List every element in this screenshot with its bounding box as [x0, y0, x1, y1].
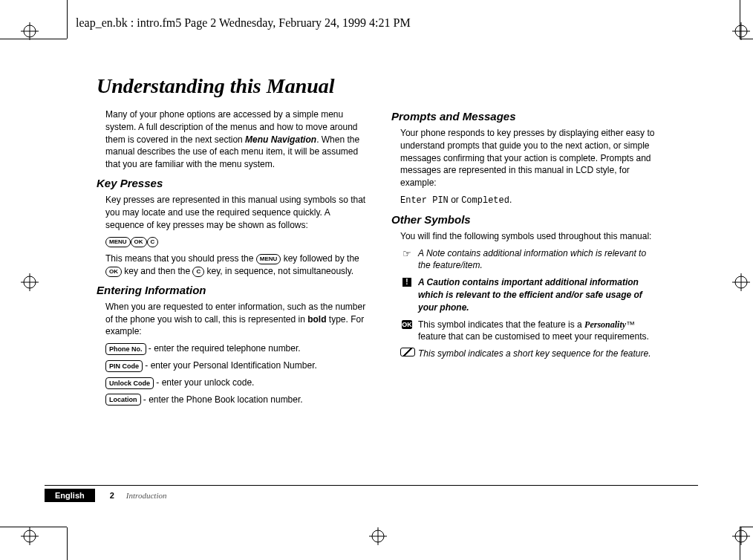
ok-text-tm: ™ — [626, 319, 635, 330]
reg-mark-bottom-right — [732, 527, 750, 545]
entry-row-unlock: Unlock Code - enter your unlock code. — [97, 377, 366, 389]
symbol-row-caution: ! A Caution contains important additiona… — [391, 276, 661, 313]
location-box: Location — [105, 394, 141, 406]
footer-page-number: 2 — [110, 491, 114, 500]
intro-paragraph: Many of your phone options are accessed … — [97, 108, 366, 171]
note-text: A Note contains additional information w… — [418, 247, 661, 273]
reg-mark-mid-right — [732, 273, 750, 291]
key-explain: This means that you should press the MEN… — [97, 253, 366, 278]
key-expl-c: key and then the — [122, 266, 192, 276]
key-sequence-row: MENUOKC — [97, 235, 366, 248]
entry-row-pin: PIN Code - enter your Personal Identific… — [97, 359, 366, 372]
heading-prompts: Prompts and Messages — [391, 108, 661, 124]
unlock-code-text: - enter your unlock code. — [154, 377, 254, 388]
reg-mark-mid-left — [21, 273, 39, 291]
right-column: Prompts and Messages Your phone responds… — [391, 108, 661, 410]
symbol-row-personality: OK This symbol indicates that the featur… — [391, 319, 661, 344]
ok-key-icon: OK — [131, 237, 147, 247]
pin-code-box: PIN Code — [105, 360, 143, 372]
phone-no-text: - enter the required telephone number. — [146, 343, 301, 354]
symbol-row-shortkey: This symbol indicates a short key sequen… — [391, 348, 661, 360]
symbol-row-note: ☞ A Note contains additional information… — [391, 247, 661, 273]
ok-text-bold: Personality — [584, 319, 626, 330]
heading-other-symbols: Other Symbols — [391, 212, 661, 227]
key-expl-d: key, in sequence, not simultaneously. — [204, 266, 353, 276]
enter-desc-bold: bold — [307, 314, 326, 325]
menu-key-icon-inline1: MENU — [256, 254, 281, 264]
key-expl-b: key followed by the — [281, 253, 359, 264]
caution-text: A Caution contains important additional … — [418, 276, 661, 313]
c-key-icon: C — [147, 237, 159, 247]
personality-text: This symbol indicates that the feature i… — [418, 319, 661, 344]
entry-row-phone: Phone No. - enter the required telephone… — [97, 342, 366, 355]
frame-header-text: leap_en.bk : intro.fm5 Page 2 Wednesday,… — [76, 16, 411, 30]
reg-mark-bottom-left — [21, 527, 39, 545]
page-content: Understanding this Manual Many of your p… — [97, 74, 661, 490]
unlock-code-box: Unlock Code — [105, 377, 154, 389]
ok-text-a: This symbol indicates that the feature i… — [418, 319, 584, 330]
page-title: Understanding this Manual — [97, 74, 661, 98]
key-expl-a: This means that you should press the — [105, 253, 256, 264]
c-key-icon-inline: C — [192, 267, 204, 277]
footer-section-name: Introduction — [126, 491, 167, 500]
ok-key-icon-inline: OK — [105, 267, 122, 277]
note-icon: ☞ — [400, 247, 414, 273]
intro-text-bold: Menu Navigation — [245, 134, 316, 145]
footer-language-badge: English — [45, 489, 95, 502]
lcd-enter-pin: Enter PIN — [400, 195, 449, 206]
shortkey-icon-wrap — [400, 348, 414, 360]
location-text: - enter the Phone Book location number. — [141, 394, 303, 405]
reg-mark-top-right — [732, 22, 750, 40]
prompts-desc: Your phone responds to key presses by di… — [391, 127, 661, 189]
entering-info-desc: When you are requested to enter informat… — [97, 301, 366, 338]
heading-key-presses: Key Presses — [97, 175, 366, 191]
lcd-or: or — [449, 195, 461, 205]
key-presses-desc: Key presses are represented in this manu… — [97, 194, 366, 231]
rule-top-left-v — [67, 0, 68, 39]
left-column: Many of your phone options are accessed … — [97, 108, 366, 410]
entry-row-location: Location - enter the Phone Book location… — [97, 394, 366, 406]
menu-key-icon: MENU — [105, 237, 131, 247]
personality-ok-icon: OK — [402, 320, 412, 329]
page-footer: English 2 Introduction — [45, 485, 698, 505]
personality-icon-wrap: OK — [400, 319, 414, 344]
reg-mark-top-left — [21, 22, 39, 40]
heading-entering-info: Entering Information — [97, 282, 366, 298]
rule-bottom-left-v — [67, 527, 68, 560]
caution-icon-wrap: ! — [400, 276, 414, 313]
reg-mark-bottom-center — [369, 527, 387, 545]
shortkey-text: This symbol indicates a short key sequen… — [418, 348, 661, 360]
caution-icon: ! — [402, 278, 411, 287]
lcd-example-row: Enter PIN or Completed. — [391, 194, 661, 207]
ok-text-b: feature that can be customised to meet y… — [418, 331, 649, 342]
phone-no-box: Phone No. — [105, 343, 146, 355]
shortkey-icon — [400, 348, 415, 356]
other-symbols-intro: You will find the following symbols used… — [391, 230, 661, 243]
pin-code-text: - enter your Personal Identification Num… — [143, 360, 317, 371]
lcd-completed: Completed — [461, 195, 509, 206]
